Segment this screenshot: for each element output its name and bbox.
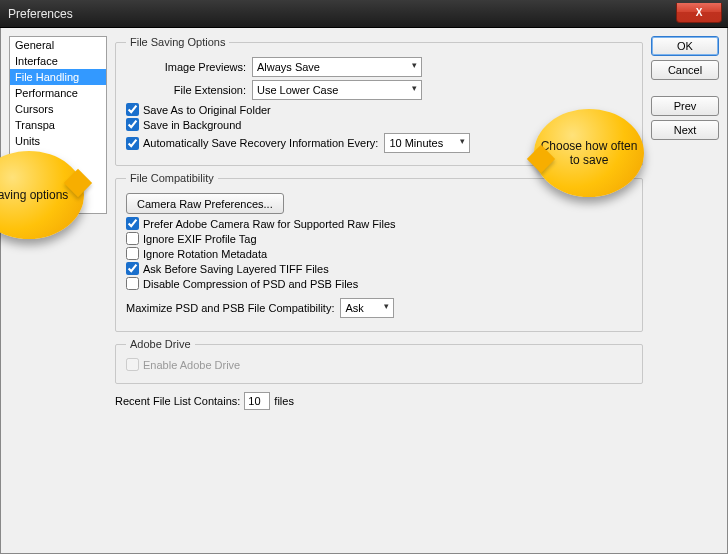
dialog-buttons: OK Cancel Prev Next xyxy=(651,36,719,545)
sidebar-item-units[interactable]: Units xyxy=(10,133,106,149)
sidebar-item-interface[interactable]: Interface xyxy=(10,53,106,69)
ask-tiff-checkbox[interactable]: Ask Before Saving Layered TIFF Files xyxy=(126,262,632,275)
close-icon: X xyxy=(696,7,703,18)
ignore-rotation-checkbox[interactable]: Ignore Rotation Metadata xyxy=(126,247,632,260)
adobe-drive-legend: Adobe Drive xyxy=(126,338,195,350)
dialog-content: GeneralInterfaceFile HandlingPerformance… xyxy=(0,28,728,554)
ok-button[interactable]: OK xyxy=(651,36,719,56)
next-button[interactable]: Next xyxy=(651,120,719,140)
sidebar-item-general[interactable]: General xyxy=(10,37,106,53)
disable-compression-checkbox[interactable]: Disable Compression of PSD and PSB Files xyxy=(126,277,632,290)
recent-files-input[interactable] xyxy=(244,392,270,410)
save-as-original-checkbox[interactable]: Save As to Original Folder xyxy=(126,103,632,116)
file-compatibility-group: File Compatibility Camera Raw Preference… xyxy=(115,172,643,332)
file-extension-label: File Extension: xyxy=(126,84,246,96)
sidebar-item-performance[interactable]: Performance xyxy=(10,85,106,101)
sidebar-item-transpa[interactable]: Transpa xyxy=(10,117,106,133)
camera-raw-preferences-button[interactable]: Camera Raw Preferences... xyxy=(126,193,284,214)
recent-files-suffix: files xyxy=(274,395,294,407)
enable-adobe-drive-checkbox: Enable Adobe Drive xyxy=(126,358,632,371)
cancel-button[interactable]: Cancel xyxy=(651,60,719,80)
close-button[interactable]: X xyxy=(676,3,722,23)
autosave-interval-select[interactable]: 10 Minutes xyxy=(384,133,470,153)
recent-files-label: Recent File List Contains: xyxy=(115,395,240,407)
autosave-checkbox[interactable]: Automatically Save Recovery Information … xyxy=(126,137,378,150)
image-previews-label: Image Previews: xyxy=(126,61,246,73)
sidebar-item-file-handling[interactable]: File Handling xyxy=(10,69,106,85)
preferences-dialog: Preferences X GeneralInterfaceFile Handl… xyxy=(0,0,728,554)
prev-button[interactable]: Prev xyxy=(651,96,719,116)
prefer-camera-raw-checkbox[interactable]: Prefer Adobe Camera Raw for Supported Ra… xyxy=(126,217,632,230)
file-compatibility-legend: File Compatibility xyxy=(126,172,218,184)
file-extension-select[interactable]: Use Lower Case xyxy=(252,80,422,100)
recent-files-row: Recent File List Contains: files xyxy=(115,392,643,410)
titlebar: Preferences X xyxy=(0,0,728,28)
sidebar-item-cursors[interactable]: Cursors xyxy=(10,101,106,117)
settings-panel: File Saving Options Image Previews: Alwa… xyxy=(115,36,643,545)
window-title: Preferences xyxy=(8,7,73,21)
ignore-exif-checkbox[interactable]: Ignore EXIF Profile Tag xyxy=(126,232,632,245)
maximize-compat-select[interactable]: Ask xyxy=(340,298,394,318)
image-previews-select[interactable]: Always Save xyxy=(252,57,422,77)
maximize-compat-label: Maximize PSD and PSB File Compatibility: xyxy=(126,302,334,314)
callout-autosave: Choose how often to save xyxy=(534,109,644,197)
file-saving-legend: File Saving Options xyxy=(126,36,229,48)
adobe-drive-group: Adobe Drive Enable Adobe Drive xyxy=(115,338,643,384)
